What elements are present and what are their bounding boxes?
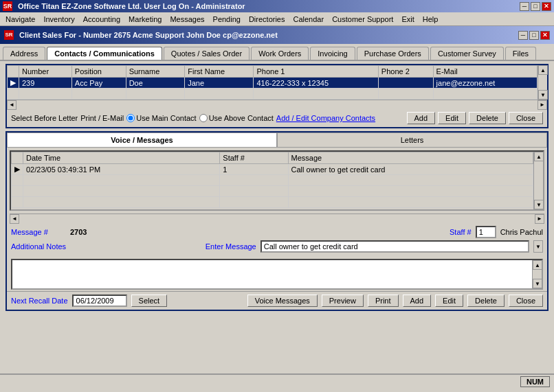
notes-vscroll[interactable]: ▲ ▼	[532, 260, 542, 288]
menu-pending[interactable]: Pending	[209, 14, 245, 25]
maximize-button[interactable]: □	[531, 2, 540, 11]
row-surname: Doe	[126, 78, 185, 89]
radio-above-contact-label[interactable]: Use Above Contact	[199, 114, 274, 122]
contacts-hscroll-track	[16, 102, 538, 108]
menu-accounting[interactable]: Accounting	[79, 14, 124, 25]
messages-close-button[interactable]: Close	[509, 295, 543, 307]
msg-row-datetime: 02/23/05 03:49:31 PM	[23, 164, 220, 175]
tab-quotes-sales-order[interactable]: Quotes / Sales Order	[164, 47, 250, 60]
row-phone2	[378, 78, 433, 89]
notes-scroll-down-button[interactable]: ▼	[533, 279, 542, 288]
tab-files[interactable]: Files	[505, 47, 536, 60]
table-row[interactable]: ▶ 02/23/05 03:49:31 PM 1 Call owner to g…	[12, 164, 533, 175]
sub-tab-bar: Voice / Messages Letters	[7, 132, 547, 148]
msg-row-empty-1	[12, 175, 533, 186]
messages-vscroll[interactable]: ▲ ▼	[533, 152, 543, 209]
messages-hscroll-track	[19, 216, 535, 222]
msg-row-message: Call owner to get credit card	[288, 164, 533, 175]
row-indicator: ▶	[8, 78, 19, 89]
contacts-section: Number Position Surname First Name Phone…	[5, 64, 549, 128]
sub-tab-letters[interactable]: Letters	[277, 132, 547, 147]
contacts-hscroll[interactable]: ◄ ►	[7, 100, 547, 109]
enter-message-input[interactable]	[261, 240, 529, 253]
form-fields: Message # 2703 Staff # Chris Pachul Addi…	[7, 223, 547, 257]
next-recall-date-input[interactable]	[72, 295, 127, 307]
contacts-scroll-up-button[interactable]: ▲	[538, 65, 548, 75]
enter-message-scroll-btn[interactable]: ▼	[533, 240, 543, 253]
col-position: Position	[71, 66, 126, 78]
voice-messages-section: Voice / Messages Letters Date Time Staff…	[5, 131, 549, 311]
additional-notes-area[interactable]: ▲ ▼	[11, 259, 543, 290]
messages-scroll-left-button[interactable]: ◄	[10, 214, 19, 224]
preview-button[interactable]: Preview	[322, 295, 364, 307]
radio-above-contact[interactable]	[199, 114, 208, 122]
msg-col-datetime: Date Time	[23, 152, 220, 164]
menu-customer-support[interactable]: Customer Support	[328, 14, 397, 25]
voice-messages-button[interactable]: Voice Messages	[247, 295, 318, 307]
contacts-close-button[interactable]: Close	[509, 112, 543, 124]
radio-main-contact[interactable]	[126, 114, 135, 122]
messages-scroll-right-button[interactable]: ►	[535, 214, 544, 224]
msg-row-staff: 1	[220, 164, 288, 175]
contacts-scroll-right-button[interactable]: ►	[538, 100, 547, 110]
client-maximize-button[interactable]: □	[529, 31, 539, 40]
message-number-value: 2703	[70, 228, 87, 236]
enter-message-row: Additional Notes Enter Message ▼	[11, 240, 543, 253]
staff-number-label: Staff #	[450, 228, 472, 236]
menu-marketing[interactable]: Marketing	[124, 14, 166, 25]
select-before-label: Select Before Letter	[11, 114, 78, 122]
menu-messages[interactable]: Messages	[166, 14, 208, 25]
col-surname: Surname	[126, 66, 185, 78]
additional-notes-label: Additional Notes	[11, 242, 66, 251]
menu-exit[interactable]: Exit	[397, 14, 418, 25]
contacts-delete-button[interactable]: Delete	[469, 112, 506, 124]
row-position: Acc Pay	[71, 78, 126, 89]
messages-edit-button[interactable]: Edit	[435, 295, 463, 307]
row-firstname: Jane	[185, 78, 254, 89]
contacts-scroll-down-button[interactable]: ▼	[538, 90, 548, 100]
tab-invoicing[interactable]: Invoicing	[310, 47, 355, 60]
messages-delete-button[interactable]: Delete	[467, 295, 505, 307]
message-number-label: Message #	[11, 228, 66, 236]
contacts-action-bar: Select Before Letter Print / E-Mail Use …	[7, 109, 547, 127]
select-button[interactable]: Select	[131, 295, 168, 307]
row-email: jane@ezzone.net	[433, 78, 537, 89]
contacts-edit-button[interactable]: Edit	[438, 112, 466, 124]
messages-scroll-down-button[interactable]: ▼	[534, 200, 544, 209]
tab-contacts-communications[interactable]: Contacts / Communications	[47, 47, 162, 60]
add-edit-company-contacts-link[interactable]: Add / Edit Company Contacts	[276, 114, 375, 122]
close-button[interactable]: ✕	[542, 2, 551, 11]
menu-inventory[interactable]: Inventory	[39, 14, 78, 25]
radio-main-contact-text: Use Main Contact	[136, 114, 196, 122]
msg-col-indicator	[12, 152, 23, 164]
contacts-add-button[interactable]: Add	[407, 112, 436, 124]
menu-help[interactable]: Help	[419, 14, 443, 25]
tab-work-orders[interactable]: Work Orders	[251, 47, 309, 60]
staff-number-input[interactable]	[476, 226, 496, 238]
messages-scroll-up-button[interactable]: ▲	[534, 152, 544, 161]
notes-scroll-up-button[interactable]: ▲	[533, 260, 542, 270]
contacts-vscroll[interactable]: ▲ ▼	[538, 65, 547, 100]
table-row[interactable]: ▶ 239 Acc Pay Doe Jane 416-222-333 x 123…	[8, 78, 538, 89]
tab-address[interactable]: Address	[3, 47, 45, 60]
sub-tab-voice-messages[interactable]: Voice / Messages	[7, 132, 277, 147]
contacts-scroll-left-button[interactable]: ◄	[7, 100, 16, 110]
print-button[interactable]: Print	[368, 295, 399, 307]
radio-main-contact-label[interactable]: Use Main Contact	[126, 114, 196, 122]
menu-navigate[interactable]: Navigate	[1, 14, 39, 25]
enter-message-label: Enter Message	[206, 242, 256, 251]
client-minimize-button[interactable]: ─	[518, 31, 528, 40]
message-row: Message # 2703 Staff # Chris Pachul	[11, 226, 543, 238]
minimize-button[interactable]: ─	[520, 2, 529, 11]
tab-customer-survey[interactable]: Customer Survey	[430, 47, 504, 60]
col-email: E-Mail	[433, 66, 537, 78]
messages-add-button[interactable]: Add	[403, 295, 432, 307]
menu-calendar[interactable]: Calendar	[289, 14, 329, 25]
bottom-bar: Next Recall Date Select Voice Messages P…	[7, 291, 547, 310]
tab-purchase-orders[interactable]: Purchase Orders	[357, 47, 429, 60]
client-close-button[interactable]: ✕	[540, 31, 550, 40]
msg-row-empty-3	[12, 197, 533, 208]
messages-hscroll[interactable]: ◄ ►	[10, 214, 544, 223]
contacts-table-container: Number Position Surname First Name Phone…	[7, 65, 547, 100]
menu-directories[interactable]: Directories	[245, 14, 289, 25]
